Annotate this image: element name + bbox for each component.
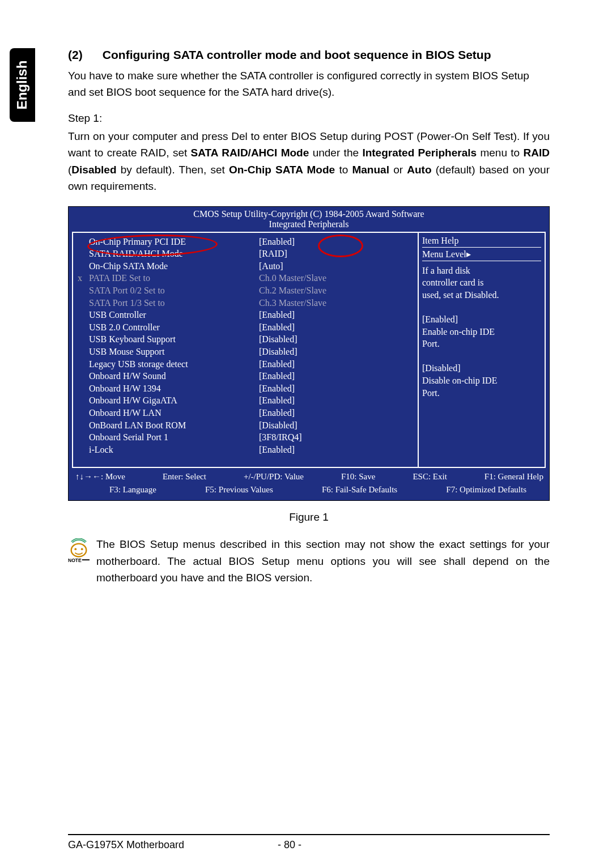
heading-number: (2)	[68, 48, 99, 62]
bios-setting-row: OnBoard LAN Boot ROM[Disabled]	[78, 419, 418, 432]
footer-divider	[68, 834, 550, 835]
bios-setting-row: On-Chip Primary PCI IDE[Enabled]	[78, 236, 418, 248]
bios-footer-hint: +/-/PU/PD: Value	[244, 470, 304, 483]
bios-footer-hint: F5: Previous Values	[205, 483, 273, 496]
bios-help-panel: Item Help Menu Level▸ If a hard diskcont…	[418, 232, 546, 469]
bios-setting-row: Onboard H/W GigaATA[Enabled]	[78, 394, 418, 407]
bios-footer-hint: F7: Optimized Defaults	[446, 483, 526, 496]
bios-footer-hint: F6: Fail-Safe Defaults	[322, 483, 397, 496]
bios-setting-row: Legacy USB storage detect[Enabled]	[78, 358, 418, 371]
bios-setting-row: Onboard Serial Port 1[3F8/IRQ4]	[78, 431, 418, 444]
bios-subheader: Integrated Peripherals	[69, 219, 549, 232]
help-text: If a hard diskcontroller card isused, se…	[422, 265, 541, 399]
note-block: NOTE The BIOS Setup menus described in t…	[68, 536, 550, 586]
section-heading: (2) Configuring SATA controller mode and…	[68, 48, 550, 62]
heading-title: Configuring SATA controller mode and boo…	[103, 48, 491, 61]
bios-settings-panel: On-Chip Primary PCI IDE[Enabled]SATA RAI…	[72, 232, 418, 469]
bios-setting-row: USB 2.0 Controller[Enabled]	[78, 321, 418, 334]
menu-level: Menu Level▸	[422, 249, 541, 261]
intro-paragraph: You have to make sure whether the SATA c…	[68, 67, 550, 101]
bios-setting-row: xPATA IDE Set toCh.0 Master/Slave	[78, 272, 418, 284]
note-icon: NOTE	[68, 538, 90, 565]
bios-footer-hint: ESC: Exit	[413, 470, 447, 483]
figure-caption: Figure 1	[68, 511, 550, 524]
bios-header: CMOS Setup Utility-Copyright (C) 1984-20…	[69, 207, 549, 219]
step-paragraph: Turn on your computer and press Del to e…	[68, 128, 550, 195]
bios-setting-row: Onboard H/W Sound[Enabled]	[78, 370, 418, 382]
bios-setting-row: Onboard H/W 1394[Enabled]	[78, 382, 418, 395]
bios-setting-row: USB Mouse Support[Disabled]	[78, 346, 418, 358]
svg-text:NOTE: NOTE	[68, 558, 82, 563]
bios-setting-row: SATA RAID/AHCI Mode[RAID]	[78, 248, 418, 260]
bios-screenshot: CMOS Setup Utility-Copyright (C) 1984-20…	[68, 206, 550, 501]
bios-setting-row: SATA Port 1/3 Set toCh.3 Master/Slave	[78, 297, 418, 309]
svg-point-2	[81, 548, 83, 551]
bios-footer-hint: F10: Save	[341, 470, 375, 483]
bios-setting-row: Onboard H/W LAN[Enabled]	[78, 407, 418, 419]
page-footer: GA-G1975X Motherboard - 80 -	[68, 839, 550, 851]
bios-footer-hint: ↑↓→←: Move	[75, 470, 125, 483]
footer-product: GA-G1975X Motherboard	[68, 839, 278, 851]
bios-footer: ↑↓→←: MoveEnter: Select+/-/PU/PD: ValueF…	[69, 468, 549, 500]
bios-setting-row: SATA Port 0/2 Set toCh.2 Master/Slave	[78, 284, 418, 297]
bios-footer-hint: F3: Language	[109, 483, 156, 496]
svg-point-1	[74, 548, 76, 551]
note-text: The BIOS Setup menus described in this s…	[96, 536, 550, 586]
step-label: Step 1:	[68, 112, 550, 125]
bios-footer-hint: Enter: Select	[163, 470, 206, 483]
footer-page-number: - 80 -	[278, 839, 550, 851]
item-help-title: Item Help	[422, 236, 541, 248]
bios-setting-row: i-Lock[Enabled]	[78, 444, 418, 456]
bios-setting-row: On-Chip SATA Mode[Auto]	[78, 260, 418, 273]
bios-footer-hint: F1: General Help	[484, 470, 543, 483]
bios-setting-row: USB Controller[Enabled]	[78, 309, 418, 321]
bios-setting-row: USB Keyboard Support[Disabled]	[78, 333, 418, 346]
